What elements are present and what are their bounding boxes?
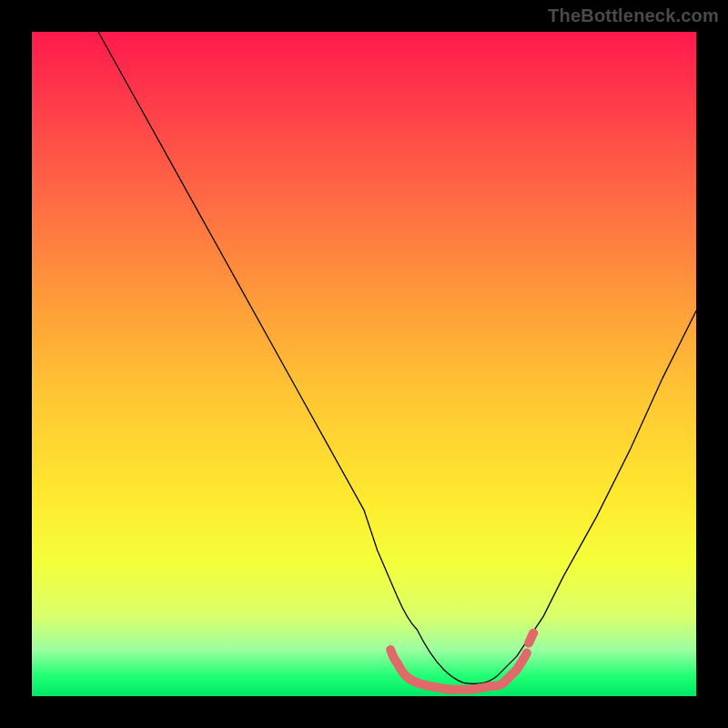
gradient-plot-area: [32, 32, 696, 696]
chart-svg: [32, 32, 696, 696]
attribution-text: TheBottleneck.com: [548, 5, 719, 26]
chart-frame: TheBottleneck.com: [0, 0, 728, 728]
bottleneck-curve: [98, 32, 696, 683]
